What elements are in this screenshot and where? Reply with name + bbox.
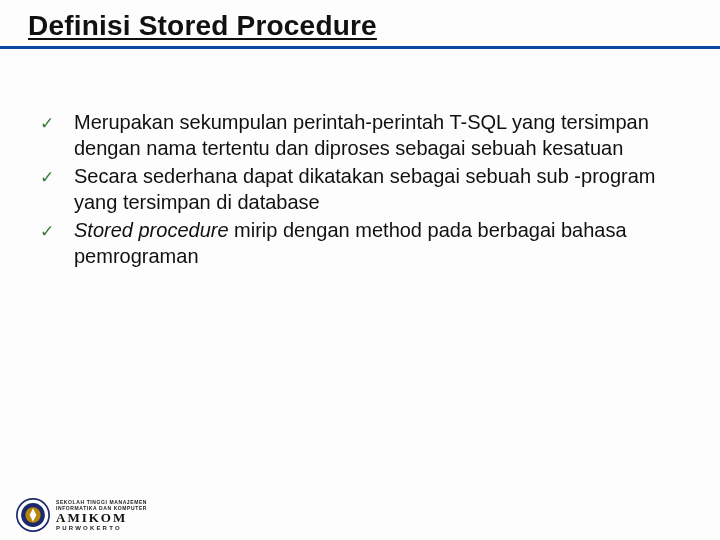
- bullet-text: Secara sederhana dapat dikatakan sebagai…: [74, 163, 680, 215]
- content-area: ✓ Merupakan sekumpulan perintah-perintah…: [0, 49, 720, 269]
- page-title: Definisi Stored Procedure: [28, 10, 692, 42]
- logo-icon: [16, 498, 50, 532]
- list-item: ✓ Stored procedure mirip dengan method p…: [40, 217, 680, 269]
- check-icon: ✓: [40, 217, 74, 245]
- footer: SEKOLAH TINGGI MANAJEMEN INFORMATIKA DAN…: [16, 498, 147, 532]
- list-item: ✓ Secara sederhana dapat dikatakan sebag…: [40, 163, 680, 215]
- bullet-text: Merupakan sekumpulan perintah-perintah T…: [74, 109, 680, 161]
- footer-name: AMIKOM: [56, 511, 147, 525]
- footer-city: PURWOKERTO: [56, 525, 147, 532]
- check-icon: ✓: [40, 163, 74, 191]
- bullet-text: Stored procedure mirip dengan method pad…: [74, 217, 680, 269]
- footer-text: SEKOLAH TINGGI MANAJEMEN INFORMATIKA DAN…: [56, 499, 147, 532]
- list-item: ✓ Merupakan sekumpulan perintah-perintah…: [40, 109, 680, 161]
- check-icon: ✓: [40, 109, 74, 137]
- title-bar: Definisi Stored Procedure: [0, 0, 720, 49]
- footer-subtitle-a: SEKOLAH TINGGI MANAJEMEN: [56, 499, 147, 505]
